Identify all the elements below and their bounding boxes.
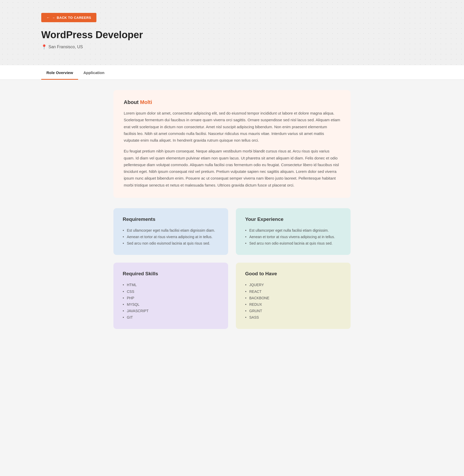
list-item: JQUERY — [245, 282, 341, 288]
experience-card: Your Experience Est ullamcorper eget nul… — [236, 208, 351, 255]
about-title: About Molti — [124, 99, 340, 105]
list-item: Est ullamcorper eget nulla facilisi etia… — [123, 227, 219, 234]
good-to-have-card: Good to Have JQUERY REACT BACKBONE REDUX… — [236, 263, 351, 329]
list-item: JAVASCRIPT — [123, 308, 219, 314]
tab-application[interactable]: Application — [78, 65, 110, 80]
list-item: Sed arcu non odio euismod lacinia at qui… — [245, 240, 341, 247]
experience-list: Est ullamcorper eget nulla facilisi etia… — [245, 227, 341, 247]
job-title: WordPress Developer — [41, 29, 423, 41]
required-skills-card: Required Skills HTML CSS PHP MYSQL JAVAS… — [113, 263, 228, 329]
location-row: 📍 San Fransisco, US — [41, 44, 423, 50]
about-paragraph-1: Lorem ipsum dolor sit amet, consectetur … — [124, 110, 340, 144]
location-text: San Fransisco, US — [48, 45, 83, 49]
cards-row-1: Requirements Est ullamcorper eget nulla … — [113, 208, 351, 255]
list-item: PHP — [123, 295, 219, 301]
good-to-have-title: Good to Have — [245, 271, 341, 277]
required-skills-list: HTML CSS PHP MYSQL JAVASCRIPT GIT — [123, 282, 219, 321]
list-item: SASS — [245, 314, 341, 321]
cards-row-2: Required Skills HTML CSS PHP MYSQL JAVAS… — [113, 263, 351, 329]
requirements-title: Requirements — [123, 216, 219, 222]
tabs-list: Role Overview Application — [41, 65, 423, 79]
list-item: REDUX — [245, 301, 341, 308]
list-item: HTML — [123, 282, 219, 288]
list-item: Aenean et tortor at risus viverra adipis… — [123, 234, 219, 240]
back-to-careers-button[interactable]: ← ← BACK TO CAREERS — [41, 13, 96, 22]
good-to-have-list: JQUERY REACT BACKBONE REDUX GRUNT SASS — [245, 282, 341, 321]
list-item: CSS — [123, 288, 219, 295]
required-skills-title: Required Skills — [123, 271, 219, 277]
main-content: About Molti Lorem ipsum dolor sit amet, … — [108, 80, 356, 352]
arrow-icon: ← — [46, 15, 50, 20]
tabs-bar: Role Overview Application — [0, 65, 464, 80]
location-icon: 📍 — [41, 44, 47, 50]
list-item: Aenean et tortor at risus viverra adipis… — [245, 234, 341, 240]
list-item: MYSQL — [123, 301, 219, 308]
list-item: BACKBONE — [245, 295, 341, 301]
list-item: GIT — [123, 314, 219, 321]
list-item: REACT — [245, 288, 341, 295]
tab-role-overview[interactable]: Role Overview — [41, 65, 78, 80]
hero-section: ← ← BACK TO CAREERS WordPress Developer … — [0, 0, 464, 65]
list-item: Sed arcu non odio euismod lacinia at qui… — [123, 240, 219, 247]
list-item: GRUNT — [245, 308, 341, 314]
experience-title: Your Experience — [245, 216, 341, 222]
requirements-card: Requirements Est ullamcorper eget nulla … — [113, 208, 228, 255]
about-card: About Molti Lorem ipsum dolor sit amet, … — [113, 90, 351, 198]
about-paragraph-2: Eu feugiat pretium nibh ipsum consequat.… — [124, 148, 340, 189]
list-item: Est ullamcorper eget nulla facilisi etia… — [245, 227, 341, 234]
requirements-list: Est ullamcorper eget nulla facilisi etia… — [123, 227, 219, 247]
back-btn-label: ← BACK TO CAREERS — [52, 16, 91, 20]
